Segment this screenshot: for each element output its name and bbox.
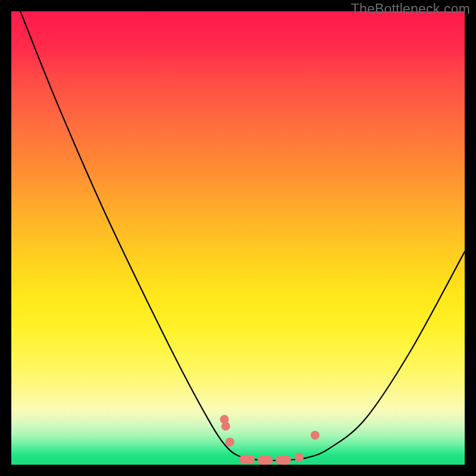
curve-marker [226,437,234,446]
plot-area [11,11,465,465]
marker-group [220,415,320,465]
watermark-text: TheBottleneck.com [351,1,470,17]
bottleneck-curve [20,11,465,461]
chart-frame: TheBottleneck.com [0,0,476,476]
curve-layer [11,11,465,465]
curve-marker [295,453,303,462]
curve-marker [221,422,230,431]
curve-marker [258,456,273,465]
curve-marker [275,456,291,465]
curve-marker [239,455,255,464]
curve-marker [311,431,320,440]
